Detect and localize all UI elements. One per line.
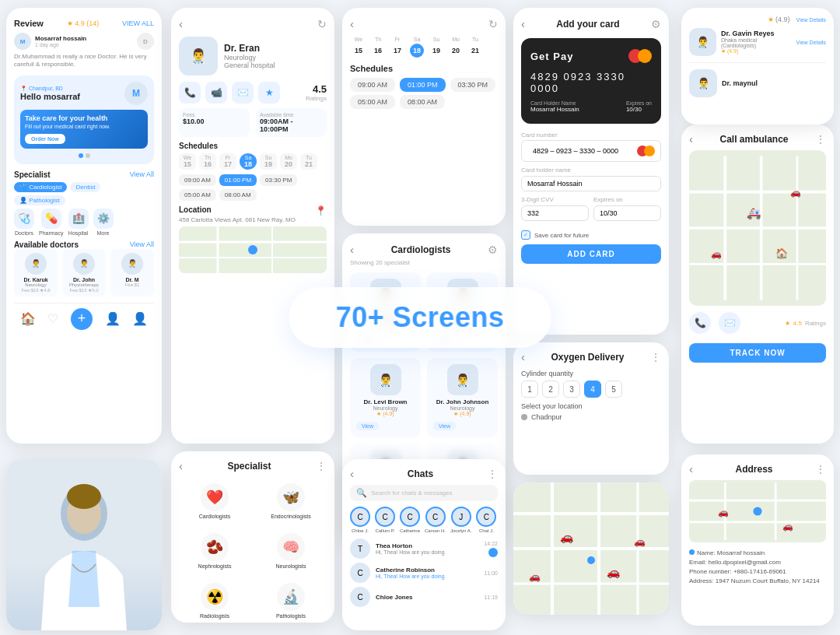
card-number-field: Card number	[521, 132, 661, 162]
cardio-filter-icon[interactable]: ⚙	[488, 244, 498, 256]
ambulance-call-icon[interactable]: 📞	[689, 312, 711, 334]
addcard-back-button[interactable]: ‹	[521, 17, 525, 30]
view-john-j-button[interactable]: View	[433, 422, 456, 430]
cal-day-su[interactable]: Su19	[428, 37, 445, 58]
save-card-checkbox[interactable]: ✓	[521, 230, 530, 240]
back-button[interactable]: ‹	[179, 17, 183, 30]
qty-5[interactable]: 5	[605, 381, 622, 398]
ambulance-back-button[interactable]: ‹	[689, 132, 693, 146]
chat-search-box[interactable]: 🔍 Search for chats & messages	[350, 485, 498, 501]
day-fr[interactable]: Fr17	[219, 153, 236, 170]
story-catherine[interactable]: C Catherine	[400, 507, 420, 533]
address-back-button[interactable]: ‹	[689, 462, 693, 475]
qty-3[interactable]: 3	[563, 381, 580, 398]
slot-0900[interactable]: 09:00 AM	[179, 174, 216, 186]
spec-pathologists[interactable]: 🔬 Pathologists	[255, 578, 327, 623]
save-card-checkbox-row[interactable]: ✓ Save card for future	[521, 230, 661, 240]
spec-nephrologists[interactable]: 🫘 Nephrologists	[179, 528, 250, 574]
video-icon[interactable]: 📹	[205, 82, 227, 103]
message-icon[interactable]: ✉️	[232, 82, 254, 103]
track-now-button[interactable]: TRACK NOW	[689, 343, 826, 363]
order-now-button[interactable]: Order Now	[25, 134, 65, 144]
address-menu-icon[interactable]: ⋮	[815, 463, 826, 475]
cvv-input[interactable]	[521, 205, 589, 221]
cardio-back-button[interactable]: ‹	[350, 243, 354, 256]
qty-2[interactable]: 2	[542, 381, 559, 398]
chat-catherine[interactable]: C Catherine Robinson Hi, Thea! How are y…	[350, 563, 498, 583]
more-icon-item[interactable]: ⚙️ More	[93, 209, 114, 236]
cal-day-fr[interactable]: Fr17	[389, 37, 406, 58]
spec-back-button[interactable]: ‹	[179, 459, 183, 472]
cal-day-we[interactable]: We15	[350, 37, 367, 58]
doctors-icon-item[interactable]: 🩺 Doctors	[14, 209, 34, 236]
slot-0100[interactable]: 01:00 PM	[219, 174, 257, 186]
addcard-settings-icon[interactable]: ⚙	[651, 18, 661, 30]
slot-0500[interactable]: 05:00 AM	[179, 189, 216, 201]
spec-menu-icon[interactable]: ⋮	[316, 460, 327, 472]
story-chat-j[interactable]: C Chat J.	[476, 507, 496, 533]
slot-0330pm[interactable]: 03:30 PM	[450, 78, 496, 92]
endocrinologists-label: Endocrinologists	[271, 514, 310, 519]
day-tu[interactable]: Tu21	[300, 153, 317, 170]
slot-0800am[interactable]: 08:00 AM	[400, 95, 445, 109]
story-jocelyn[interactable]: J Jocelyn A.	[450, 507, 471, 533]
qty-1[interactable]: 1	[521, 381, 538, 398]
nav-heart-icon[interactable]: ♡	[47, 311, 58, 326]
ambulance-email-icon[interactable]: ✉️	[719, 312, 740, 334]
nav-profile-icon[interactable]: 👤	[132, 311, 148, 326]
spec-radiologists[interactable]: ☢️ Radiologists	[179, 578, 250, 623]
view-details-gavin[interactable]: View Details	[796, 40, 826, 45]
spec-endocrinologists[interactable]: 🦋 Endocrinologists	[255, 479, 327, 524]
view-levi-button[interactable]: View	[356, 422, 379, 430]
oxygen-menu-icon[interactable]: ⋮	[650, 351, 661, 363]
qty-4[interactable]: 4	[584, 381, 601, 398]
expires-input[interactable]	[593, 205, 661, 221]
add-card-button[interactable]: ADD CARD	[521, 244, 661, 264]
spec-cardiologists[interactable]: ❤️ Cardiologists	[179, 479, 250, 524]
slot-0800[interactable]: 08:00 AM	[219, 189, 257, 201]
day-sa[interactable]: Sa18	[240, 153, 257, 170]
cal-day-sa[interactable]: Sa18	[408, 37, 425, 58]
bookmark-icon[interactable]: ★	[258, 82, 280, 103]
nav-home-icon[interactable]: 🏠	[20, 311, 36, 326]
specialist-view-all[interactable]: View All	[130, 170, 154, 178]
hospital-icon-item[interactable]: 🏥 Hospital	[68, 209, 89, 236]
story-callum[interactable]: C Callum P.	[375, 507, 395, 533]
slot-0500am[interactable]: 05:00 AM	[350, 95, 395, 109]
day-th[interactable]: Th16	[199, 153, 216, 170]
story-carson[interactable]: C Carson H.	[425, 507, 446, 533]
spec-neurologists[interactable]: 🧠 Neurologists	[255, 528, 327, 574]
ambulance-menu-icon[interactable]: ⋮	[815, 133, 826, 146]
chat-thea[interactable]: T Thea Horton Hi, Thea! How are you doin…	[350, 539, 498, 559]
chat-chloe[interactable]: C Chloe Jones 11:19	[350, 587, 498, 607]
day-su[interactable]: Su19	[260, 153, 277, 170]
pharmacy-icon-item[interactable]: 💊 Pharmacy	[39, 209, 64, 236]
story-chloe[interactable]: C Chloe J.	[350, 507, 370, 533]
hello-avatar: M	[124, 82, 148, 105]
slot-0330[interactable]: 03:30 PM	[260, 174, 297, 186]
cal-refresh-icon[interactable]: ↻	[488, 18, 498, 30]
holder-name-input[interactable]	[521, 176, 661, 191]
cal-day-tu[interactable]: Tu21	[467, 37, 484, 58]
tag-cardiologist[interactable]: 🩺 Cardiologist	[14, 182, 67, 192]
tag-dentist[interactable]: Dentist	[70, 182, 100, 192]
review-view-all[interactable]: VIEW ALL	[122, 19, 154, 27]
available-docs-view-all[interactable]: View All	[130, 240, 154, 248]
slot-0900am[interactable]: 09:00 AM	[350, 78, 395, 92]
card-number-input[interactable]	[527, 144, 637, 158]
refresh-icon[interactable]: ↻	[317, 18, 327, 30]
chats-back-button[interactable]: ‹	[350, 467, 354, 480]
tag-pathologist[interactable]: 👤 Pathologist	[14, 195, 65, 205]
cal-day-th[interactable]: Th16	[369, 37, 387, 58]
nav-add-button[interactable]: +	[71, 308, 93, 330]
chats-menu-icon[interactable]: ⋮	[487, 468, 498, 480]
view-details-link[interactable]: View Details	[796, 17, 826, 23]
call-icon[interactable]: 📞	[179, 82, 201, 103]
slot-0100pm[interactable]: 01:00 PM	[400, 78, 446, 92]
day-we[interactable]: We15	[179, 153, 196, 170]
cal-day-mo[interactable]: Mo20	[447, 37, 464, 58]
oxygen-back-button[interactable]: ‹	[521, 350, 525, 363]
day-mo[interactable]: Mo20	[280, 153, 297, 170]
nav-user-icon[interactable]: 👤	[105, 311, 121, 326]
cal-back-button[interactable]: ‹	[350, 17, 354, 30]
